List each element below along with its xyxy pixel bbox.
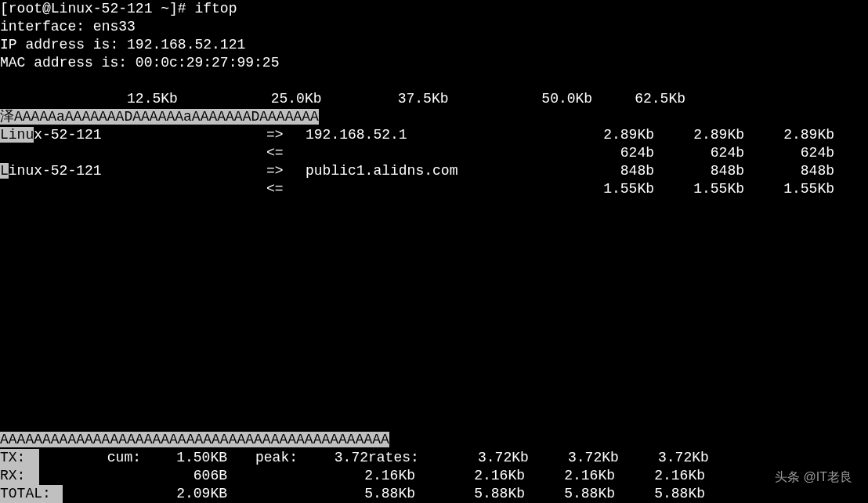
tx-rate: 3.72Kb bbox=[619, 449, 709, 467]
prompt-line: [root@Linux-52-121 ~]# iftop bbox=[0, 0, 868, 18]
scale-val: 50.0Kb bbox=[541, 90, 592, 108]
total-peak: 5.88Kb bbox=[306, 485, 415, 503]
source-host: Linux-52-121 bbox=[0, 162, 266, 180]
peak-label: peak: bbox=[227, 449, 306, 467]
tx-rate: 3.72Kb bbox=[419, 449, 529, 467]
arrow-out-icon: => bbox=[266, 126, 306, 144]
scale-bar: 泽AAAAAaAAAAAAADAAAAAAaAAAAAAADAAAAAAA bbox=[0, 108, 868, 126]
scale-val: 37.5Kb bbox=[398, 90, 449, 108]
rx-rate: 2.16Kb bbox=[525, 467, 615, 485]
tx-peak: 3.72 bbox=[306, 449, 368, 467]
rx-cum: 606B bbox=[149, 467, 227, 485]
terminal-output: [root@Linux-52-121 ~]# iftop interface: … bbox=[0, 0, 868, 198]
tx-stats-row: TX: cum: 1.50KB peak: 3.72rates: 3.72Kb … bbox=[0, 449, 868, 467]
scale-val: 62.5Kb bbox=[635, 90, 685, 108]
tx-cum: 1.50KB bbox=[149, 449, 227, 467]
ip-address: 192.168.52.121 bbox=[127, 37, 245, 52]
total-label: TOTAL: bbox=[0, 485, 63, 503]
total-rate: 5.88Kb bbox=[415, 485, 525, 503]
mac-address: 00:0c:29:27:99:25 bbox=[136, 55, 280, 71]
arrow-in-icon: <= bbox=[266, 144, 306, 162]
mac-line: MAC address is: 00:0c:29:27:99:25 bbox=[0, 54, 868, 72]
scale-val: 25.0Kb bbox=[271, 90, 322, 108]
rx-rate: 2.16Kb bbox=[615, 467, 705, 485]
cum-label: cum: bbox=[39, 449, 149, 467]
total-cum: 2.09KB bbox=[149, 485, 227, 503]
connection-row-rx: <= 624b 624b 624b bbox=[0, 144, 868, 162]
rx-rate: 2.16Kb bbox=[415, 467, 525, 485]
source-host: Linux-52-121 bbox=[0, 126, 266, 144]
dest-host: 192.168.52.1 bbox=[306, 126, 572, 144]
rx-rates: 624b 624b 624b bbox=[572, 144, 842, 162]
stats-section: AAAAAAAAAAAAAAAAAAAAAAAAAAAAAAAAAAAAAAAA… bbox=[0, 431, 868, 503]
connection-row: Linux-52-121 => public1.alidns.com 848b … bbox=[0, 162, 868, 180]
connection-row-rx: <= 1.55Kb 1.55Kb 1.55Kb bbox=[0, 180, 868, 198]
rx-peak: 2.16Kb bbox=[306, 467, 415, 485]
tx-rates: 848b 848b 848b bbox=[572, 162, 842, 180]
total-stats-row: TOTAL: 2.09KB 5.88Kb 5.88Kb 5.88Kb 5.88K… bbox=[0, 485, 868, 503]
arrow-in-icon: <= bbox=[266, 180, 306, 198]
scale-row: 12.5Kb 25.0Kb 37.5Kb 50.0Kb 62.5Kb bbox=[0, 90, 868, 108]
interface-line: interface: ens33 bbox=[0, 18, 868, 36]
blank-line bbox=[0, 72, 868, 90]
total-rate: 5.88Kb bbox=[525, 485, 615, 503]
arrow-out-icon: => bbox=[266, 162, 306, 180]
watermark: 头条 @IT老良 bbox=[775, 469, 852, 486]
divider: AAAAAAAAAAAAAAAAAAAAAAAAAAAAAAAAAAAAAAAA… bbox=[0, 431, 868, 449]
dest-host: public1.alidns.com bbox=[306, 162, 572, 180]
prompt: [root@Linux-52-121 ~]# bbox=[0, 1, 194, 16]
connection-row: Linux-52-121 => 192.168.52.1 2.89Kb 2.89… bbox=[0, 126, 868, 144]
tx-rates: 2.89Kb 2.89Kb 2.89Kb bbox=[572, 126, 842, 144]
interface-name: ens33 bbox=[93, 19, 136, 34]
tx-rate: 3.72Kb bbox=[529, 449, 619, 467]
scale-val: 12.5Kb bbox=[127, 90, 178, 108]
tx-label: TX: bbox=[0, 449, 39, 467]
rx-stats-row: RX: 606B 2.16Kb 2.16Kb 2.16Kb 2.16Kb bbox=[0, 467, 868, 485]
rx-rates: 1.55Kb 1.55Kb 1.55Kb bbox=[572, 180, 842, 198]
command: iftop bbox=[194, 1, 237, 16]
rx-label: RX: bbox=[0, 467, 39, 485]
total-rate: 5.88Kb bbox=[615, 485, 705, 503]
rates-label: rates: bbox=[368, 449, 419, 467]
ip-line: IP address is: 192.168.52.121 bbox=[0, 36, 868, 54]
